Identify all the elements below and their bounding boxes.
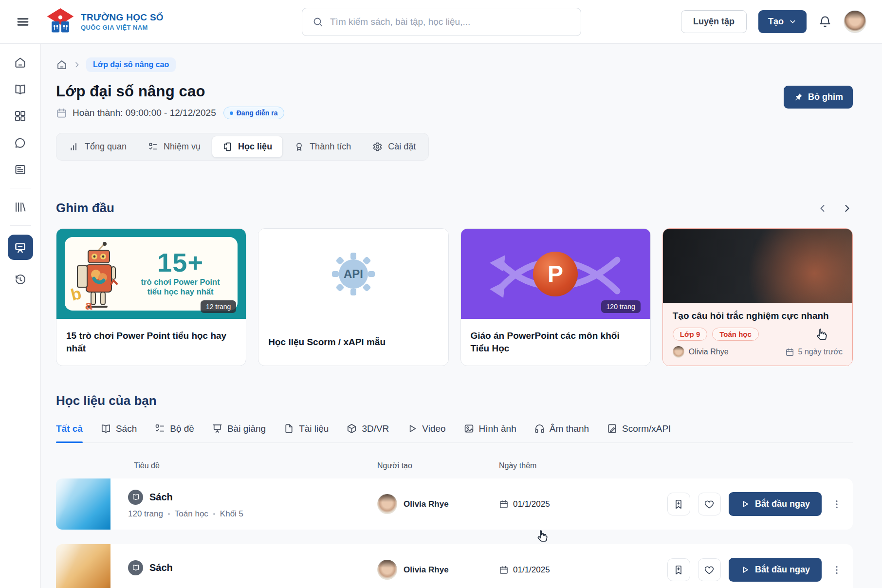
practice-button[interactable]: Luyện tập bbox=[681, 10, 747, 33]
pinned-card-powerpoint-lessons[interactable]: P 120 trang Giáo án PowerPoint các môn k… bbox=[460, 228, 651, 366]
row-title-block: Sách bbox=[128, 560, 377, 580]
sidebar-item-apps[interactable] bbox=[11, 106, 30, 126]
row-type-label: Sách bbox=[149, 562, 173, 573]
breadcrumb-current[interactable]: Lớp đại số nâng cao bbox=[86, 57, 176, 72]
filter-label: Sách bbox=[116, 423, 137, 434]
user-avatar[interactable] bbox=[844, 10, 866, 33]
filter-audio[interactable]: Âm thanh bbox=[534, 423, 589, 434]
artwork-line2: tiểu học hay nhất bbox=[129, 287, 232, 297]
tab-settings[interactable]: Cài đặt bbox=[362, 136, 426, 157]
favorite-button[interactable] bbox=[698, 493, 721, 515]
sidebar-item-books[interactable] bbox=[11, 79, 30, 99]
table-row[interactable]: Sách Olivia Rhye 01/1/2025 bbox=[56, 544, 853, 588]
filter-documents[interactable]: Tài liệu bbox=[283, 423, 329, 434]
tab-materials[interactable]: Học liệu bbox=[212, 136, 283, 158]
start-now-label: Bắt đầu ngay bbox=[755, 565, 810, 575]
card-artwork-inner: b a 15+ trò chơi Power Point tiểu học ha… bbox=[65, 237, 238, 311]
status-badge: Đang diễn ra bbox=[223, 107, 284, 119]
sidebar-item-history[interactable] bbox=[11, 270, 30, 289]
breadcrumb-home-icon[interactable] bbox=[56, 59, 68, 71]
app-header: TRƯỜNG HỌC SỐ QUỐC GIA VIỆT NAM Luyện tậ… bbox=[0, 0, 882, 44]
row-thumbnail bbox=[56, 544, 110, 588]
filter-question-sets[interactable]: Bộ đề bbox=[154, 423, 194, 434]
start-now-button[interactable]: Bắt đầu ngay bbox=[729, 558, 822, 582]
course-schedule: Hoàn thành: 09:00:00 - 12/12/2025 Đang d… bbox=[56, 107, 284, 119]
menu-icon[interactable] bbox=[16, 12, 35, 32]
meta-pages: 120 trang bbox=[128, 509, 163, 519]
cube-icon bbox=[346, 423, 357, 434]
medal-icon bbox=[294, 142, 304, 152]
author-name: Olivia Rhye bbox=[689, 348, 729, 356]
play-icon bbox=[406, 423, 418, 434]
sidebar bbox=[0, 44, 41, 588]
logo-text: TRƯỜNG HỌC SỐ QUỐC GIA VIỆT NAM bbox=[81, 12, 164, 31]
row-actions: Bắt đầu ngay bbox=[667, 558, 853, 582]
powerpoint-logo: P bbox=[533, 252, 578, 296]
author-name: Olivia Rhye bbox=[404, 565, 449, 575]
filter-label: Scorm/xAPI bbox=[622, 423, 671, 434]
bar-chart-icon bbox=[69, 142, 79, 152]
status-label: Đang diễn ra bbox=[237, 109, 278, 117]
card-time: 5 ngày trước bbox=[785, 348, 843, 357]
column-header-creator: Người tạo bbox=[377, 461, 499, 470]
filter-lectures[interactable]: Bài giảng bbox=[212, 423, 266, 434]
breadcrumb-chevron-icon bbox=[73, 60, 81, 69]
heart-icon bbox=[704, 499, 715, 510]
table-header: Tiêu đề Người tạo Ngày thêm bbox=[56, 461, 853, 470]
bookmark-add-button[interactable] bbox=[667, 558, 690, 581]
notifications-bell-icon[interactable] bbox=[818, 15, 832, 29]
calendar-icon bbox=[499, 499, 509, 509]
table-row[interactable]: Sách 120 trang Toán học Khối 5 Olivia Rh… bbox=[56, 478, 853, 530]
sidebar-item-library[interactable] bbox=[11, 197, 30, 217]
global-search bbox=[302, 8, 581, 36]
app-logo[interactable]: TRƯỜNG HỌC SỐ QUỐC GIA VIỆT NAM bbox=[46, 7, 164, 37]
start-now-button[interactable]: Bắt đầu ngay bbox=[729, 492, 822, 516]
chevron-right-icon[interactable] bbox=[841, 202, 853, 214]
library-filters: Tất cả Sách Bộ đề Bài giảng Tài liệu 3D/… bbox=[56, 423, 853, 443]
quiz-card-footer: Olivia Rhye 5 ngày trước bbox=[673, 346, 843, 358]
filter-3d-vr[interactable]: 3D/VR bbox=[346, 423, 389, 434]
sidebar-item-home[interactable] bbox=[11, 53, 30, 72]
favorite-button[interactable] bbox=[698, 558, 721, 581]
main-content: Lớp đại số nâng cao Lớp đại số nâng cao … bbox=[41, 0, 882, 588]
pinned-card-powerpoint-games[interactable]: b a 15+ trò chơi Power Point tiểu học ha… bbox=[56, 228, 246, 366]
row-menu-icon[interactable] bbox=[831, 499, 842, 510]
tab-tasks[interactable]: Nhiệm vụ bbox=[138, 136, 211, 157]
pinned-card-scorm-sample[interactable]: API Học liệu Scorm / xAPI mẫu bbox=[258, 228, 448, 366]
filter-books[interactable]: Sách bbox=[100, 423, 137, 434]
unpin-button[interactable]: Bỏ ghim bbox=[784, 86, 853, 109]
tab-overview[interactable]: Tổng quan bbox=[59, 136, 137, 157]
filter-scorm-xapi[interactable]: Scorm/xAPI bbox=[606, 423, 671, 434]
card-title: 15 trò chơi Power Point tiểu học hay nhấ… bbox=[66, 330, 236, 354]
chevron-left-icon[interactable] bbox=[817, 202, 828, 214]
library-icon bbox=[14, 201, 27, 214]
filter-video[interactable]: Video bbox=[406, 423, 445, 434]
robot-illustration: b a bbox=[69, 241, 126, 311]
filter-all[interactable]: Tất cả bbox=[56, 423, 83, 434]
tab-achievements[interactable]: Thành tích bbox=[284, 136, 361, 157]
grid-icon bbox=[14, 110, 27, 123]
tab-label: Tổng quan bbox=[85, 142, 127, 152]
row-menu-icon[interactable] bbox=[831, 565, 842, 575]
sidebar-item-news[interactable] bbox=[11, 160, 30, 179]
page-title: Lớp đại số nâng cao bbox=[56, 83, 284, 100]
pinned-card-quiz[interactable]: Tạo câu hỏi trắc nghiệm cực nhanh Lớp 9 … bbox=[662, 228, 853, 366]
sidebar-item-classroom[interactable] bbox=[8, 235, 33, 260]
calendar-icon bbox=[785, 348, 794, 357]
page-count-badge: 12 trang bbox=[201, 300, 236, 313]
chevron-down-icon bbox=[789, 18, 797, 26]
sidebar-item-chat[interactable] bbox=[11, 133, 30, 152]
time-label: 5 ngày trước bbox=[798, 348, 843, 356]
news-icon bbox=[14, 163, 27, 176]
pinned-cards: b a 15+ trò chơi Power Point tiểu học ha… bbox=[56, 228, 853, 366]
meta-grade: Khối 5 bbox=[220, 509, 243, 519]
bookmark-add-button[interactable] bbox=[667, 493, 690, 515]
create-button[interactable]: Tạo bbox=[758, 10, 807, 33]
filter-images[interactable]: Hình ảnh bbox=[463, 423, 516, 434]
date-label: 01/1/2025 bbox=[513, 565, 550, 575]
filter-label: Hình ảnh bbox=[479, 423, 516, 434]
pin-icon bbox=[793, 92, 803, 102]
checklist-icon bbox=[148, 142, 158, 152]
search-input[interactable] bbox=[330, 17, 571, 27]
filter-label: Video bbox=[422, 423, 445, 434]
